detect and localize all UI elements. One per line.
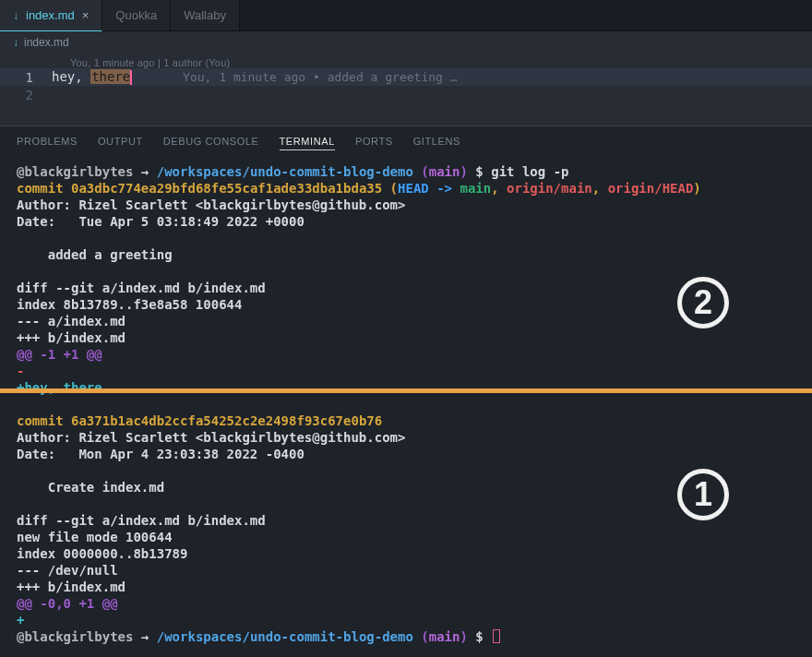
line-number: 1	[0, 70, 52, 85]
markdown-file-icon: ↓	[13, 9, 18, 22]
diff-new: +++ b/index.md	[17, 579, 795, 595]
tab-debug-console[interactable]: DEBUG CONSOLE	[163, 136, 259, 150]
diff-header: diff --git a/index.md b/index.md	[17, 512, 795, 529]
diff-old: --- /dev/null	[17, 562, 795, 579]
tab-label: Wallaby	[184, 8, 226, 22]
prompt-line: @blackgirlbytes → /workspaces/undo-commi…	[17, 163, 795, 180]
breadcrumb[interactable]: ↓ index.md	[0, 31, 812, 54]
tab-terminal[interactable]: TERMINAL	[280, 136, 335, 150]
gitlens-inline-blame[interactable]: You, 1 minute ago • added a greeting …	[132, 70, 457, 84]
diff-added: +	[17, 612, 795, 628]
diff-removed: -	[17, 363, 795, 379]
tab-gitlens[interactable]: GITLENS	[413, 136, 460, 150]
annotation-divider	[0, 388, 812, 393]
commit-date: Date: Tue Apr 5 03:18:49 2022 +0000	[17, 213, 795, 230]
commit-author: Author: Rizel Scarlett <blackgirlbytes@g…	[17, 429, 795, 446]
editor-line-2[interactable]: 2	[0, 86, 812, 103]
tab-label: index.md	[26, 8, 75, 22]
commit-date: Date: Mon Apr 4 23:03:38 2022 -0400	[17, 446, 795, 462]
commit-message: added a greeting	[17, 246, 795, 263]
selected-word: there	[90, 69, 131, 84]
commit-header: commit 6a371b1ac4db2ccfa54252c2e2498f93c…	[17, 412, 795, 429]
tab-quokka[interactable]: Quokka	[102, 0, 171, 30]
line-number: 2	[0, 88, 52, 102]
diff-added: +hey, there	[17, 379, 795, 396]
breadcrumb-file: index.md	[24, 36, 69, 49]
diff-new: +++ b/index.md	[17, 329, 795, 346]
diff-hunk: @@ -0,0 +1 @@	[17, 595, 795, 612]
editor-tabs: ↓ index.md × Quokka Wallaby	[0, 0, 812, 31]
diff-old: --- a/index.md	[17, 313, 795, 329]
diff-index: index 0000000..8b13789	[17, 545, 795, 562]
gitlens-codelens[interactable]: You, 1 minute ago | 1 author (You)	[0, 57, 812, 68]
tab-ports[interactable]: PORTS	[355, 136, 393, 150]
diff-hunk: @@ -1 +1 @@	[17, 346, 795, 363]
panel-tabs: PROBLEMS OUTPUT DEBUG CONSOLE TERMINAL P…	[0, 125, 812, 160]
commit-header: commit 0a3dbc774ea29bfd68fe55caf1ade33db…	[17, 180, 795, 197]
tab-label: Quokka	[115, 8, 157, 22]
annotation-badge-1: 1	[677, 469, 729, 520]
tab-output[interactable]: OUTPUT	[98, 136, 143, 150]
annotation-badge-2: 2	[677, 277, 729, 328]
tab-wallaby[interactable]: Wallaby	[171, 0, 240, 30]
diff-newfile: new file mode 100644	[17, 529, 795, 545]
tab-index-md[interactable]: ↓ index.md ×	[0, 0, 102, 31]
terminal-panel[interactable]: 2 1 @blackgirlbytes → /workspaces/undo-c…	[0, 160, 812, 657]
terminal-cursor	[493, 629, 500, 643]
close-icon[interactable]: ×	[82, 8, 90, 22]
prompt-line: @blackgirlbytes → /workspaces/undo-commi…	[17, 628, 795, 645]
commit-author: Author: Rizel Scarlett <blackgirlbytes@g…	[17, 197, 795, 213]
tab-problems[interactable]: PROBLEMS	[17, 136, 78, 150]
editor-area[interactable]: You, 1 minute ago | 1 author (You) 1 hey…	[0, 54, 812, 125]
line-content: hey, there	[52, 69, 132, 85]
editor-line-1[interactable]: 1 hey, there You, 1 minute ago • added a…	[0, 68, 812, 86]
markdown-file-icon: ↓	[13, 36, 18, 49]
